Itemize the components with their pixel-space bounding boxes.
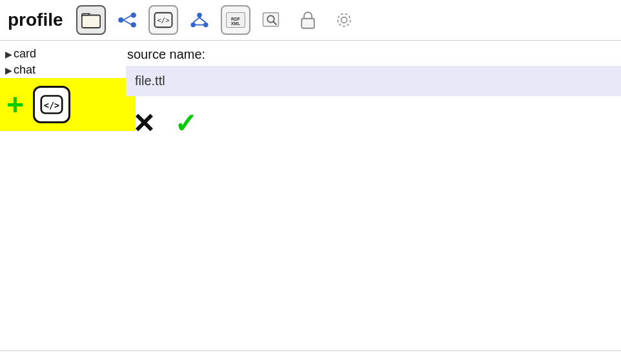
code-icon-btn[interactable]: </> (148, 5, 178, 35)
add-button[interactable]: + (6, 90, 24, 119)
svg-rect-20 (301, 19, 314, 28)
svg-point-2 (131, 13, 136, 18)
settings-icon-btn[interactable] (329, 5, 359, 35)
folder-icon-btn[interactable] (76, 5, 106, 35)
code-type-button[interactable]: </> (33, 86, 70, 123)
main-panel: source name: ✕ ✓ (126, 41, 621, 359)
svg-text:</>: </> (44, 100, 59, 110)
search-icon-btn[interactable] (257, 5, 287, 35)
source-name-input[interactable] (126, 66, 621, 96)
sidebar-item-card-label: card (14, 47, 36, 61)
svg-point-8 (197, 13, 202, 18)
svg-line-12 (199, 17, 206, 23)
content-area: ▶ card ▶ chat + </> source name: ✕ ✓ (0, 41, 621, 359)
cancel-button[interactable]: ✕ (132, 108, 155, 139)
lock-icon-btn[interactable] (293, 5, 323, 35)
rdf-xml-icon-btn[interactable]: RDF XML (221, 5, 250, 35)
svg-text:RDF: RDF (231, 17, 240, 21)
form-buttons: ✕ ✓ (126, 96, 621, 151)
network-icon-btn[interactable] (185, 5, 214, 35)
share-icon-btn[interactable] (112, 5, 142, 35)
svg-text:XML: XML (230, 21, 239, 26)
app-title: profile (8, 10, 63, 30)
svg-point-21 (341, 17, 347, 23)
form-area: source name: ✕ ✓ (126, 41, 621, 151)
chat-arrow: ▶ (5, 65, 12, 76)
svg-point-10 (203, 23, 209, 28)
action-bar: + </> (0, 78, 136, 131)
bottom-divider (0, 350, 621, 351)
svg-point-9 (190, 23, 196, 28)
svg-text:</>: </> (157, 16, 169, 24)
svg-rect-0 (81, 15, 100, 28)
sidebar-item-chat[interactable]: ▶ chat (0, 62, 126, 78)
svg-line-5 (123, 20, 131, 25)
sidebar-item-chat-label: chat (14, 63, 36, 77)
toolbar: profile </> (0, 0, 621, 41)
svg-line-4 (123, 15, 131, 20)
confirm-button[interactable]: ✓ (174, 108, 197, 139)
svg-line-11 (193, 17, 199, 23)
sidebar-item-card[interactable]: ▶ card (0, 46, 126, 62)
svg-point-22 (338, 14, 351, 26)
source-name-label: source name: (126, 47, 621, 62)
svg-point-3 (131, 23, 136, 28)
svg-point-1 (118, 17, 123, 23)
card-arrow: ▶ (5, 49, 12, 59)
sidebar: ▶ card ▶ chat + </> (0, 41, 126, 359)
